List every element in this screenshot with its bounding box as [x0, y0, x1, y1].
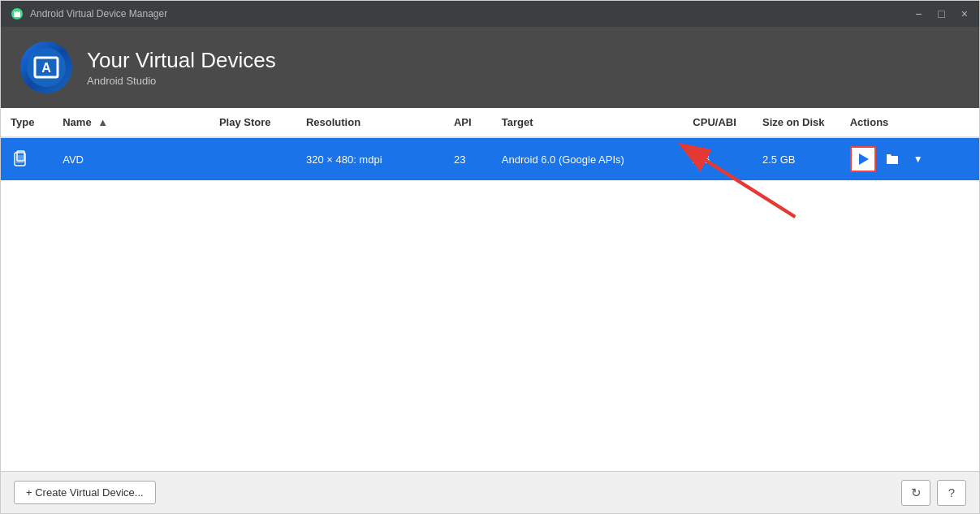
col-header-api: API: [444, 108, 492, 137]
header-subtitle: Android Studio: [87, 75, 276, 87]
cell-size: 2.5 GB: [753, 137, 840, 180]
close-button[interactable]: ×: [960, 6, 969, 21]
app-header: A Your Virtual Devices Android Studio: [1, 27, 979, 108]
col-header-cpu: CPU/ABI: [683, 108, 753, 137]
svg-text:A: A: [41, 61, 51, 75]
help-icon: ?: [948, 486, 955, 499]
folder-icon: [885, 152, 900, 166]
device-type-icon: [11, 148, 33, 171]
col-header-size: Size on Disk: [753, 108, 840, 137]
refresh-icon: ↻: [911, 486, 922, 500]
launch-avd-button[interactable]: [850, 146, 876, 172]
col-header-playstore: Play Store: [209, 108, 296, 137]
show-on-disk-button[interactable]: [881, 148, 904, 171]
header-title: Your Virtual Devices: [87, 48, 276, 73]
bottom-right-buttons: ↻ ?: [901, 480, 966, 506]
avd-table: Type Name ▲ Play Store Resolution API: [1, 108, 979, 180]
more-actions-button[interactable]: ▼: [909, 148, 928, 171]
cell-resolution: 320 × 480: mdpi: [296, 137, 444, 180]
main-content: Type Name ▲ Play Store Resolution API: [1, 108, 979, 513]
table-header-row: Type Name ▲ Play Store Resolution API: [1, 108, 979, 137]
title-bar-controls: − □ ×: [913, 6, 969, 21]
col-header-actions: Actions: [840, 108, 979, 137]
minimize-button[interactable]: −: [913, 6, 923, 21]
cell-name: AVD: [53, 137, 209, 180]
col-header-name[interactable]: Name ▲: [53, 108, 209, 137]
app-logo: A: [20, 41, 72, 93]
col-header-type: Type: [1, 108, 53, 137]
table-row[interactable]: AVD320 × 480: mdpi23Android 6.0 (Google …: [1, 137, 979, 180]
svg-rect-1: [14, 11, 20, 17]
cell-api: 23: [444, 137, 492, 180]
cell-playstore: [209, 137, 296, 180]
cell-type: [1, 137, 53, 180]
help-button[interactable]: ?: [937, 480, 966, 506]
dropdown-icon: ▼: [913, 153, 923, 165]
title-bar: Android Virtual Device Manager − □ ×: [1, 1, 979, 27]
maximize-button[interactable]: □: [936, 6, 946, 21]
svg-rect-2: [15, 10, 17, 12]
cell-actions: ▼: [840, 137, 979, 180]
bottom-toolbar: + Create Virtual Device... ↻ ?: [1, 471, 979, 513]
refresh-button[interactable]: ↻: [901, 480, 930, 506]
sort-arrow-icon: ▲: [97, 116, 108, 128]
table-wrapper: Type Name ▲ Play Store Resolution API: [1, 108, 979, 471]
cell-cpu: x86: [683, 137, 753, 180]
create-virtual-device-button[interactable]: + Create Virtual Device...: [14, 481, 156, 504]
title-bar-title: Android Virtual Device Manager: [30, 8, 913, 19]
cell-target: Android 6.0 (Google APIs): [492, 137, 684, 180]
col-header-resolution: Resolution: [296, 108, 444, 137]
svg-rect-3: [18, 10, 19, 12]
col-header-target: Target: [492, 108, 684, 137]
app-icon: [11, 7, 24, 20]
play-icon: [859, 153, 869, 165]
